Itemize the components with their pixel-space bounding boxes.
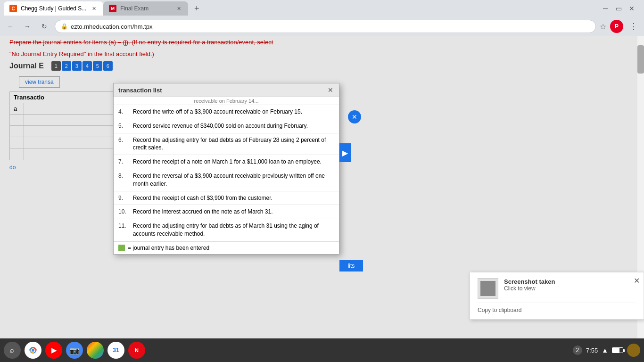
modal-header: transaction list ✕	[114, 83, 339, 97]
screenshot-title: Screenshot taken	[504, 278, 636, 285]
maximize-button[interactable]: ▭	[614, 4, 623, 13]
submit-button[interactable]: lits	[339, 260, 363, 272]
item-text-10: Record the interest accrued on the note …	[128, 205, 339, 219]
bookmark-button[interactable]: ☆	[600, 22, 606, 31]
scrollbar-thumb[interactable]	[637, 45, 644, 74]
item-text-5: Record service revenue of $340,000 sold …	[128, 119, 339, 133]
item-num-4: 4.	[114, 105, 128, 119]
back-button[interactable]: ←	[4, 20, 17, 33]
transaction-item-6[interactable]: 6. Record the adjusting entry for bad de…	[114, 133, 339, 155]
refresh-button[interactable]: ↻	[38, 20, 51, 33]
taskbar-battery-icon	[612, 347, 623, 353]
taskbar-time: 7:55	[586, 347, 598, 354]
title-bar: C Chegg Study | Guided S... ✕ M Final Ex…	[0, 0, 644, 17]
taskbar-avatar[interactable]	[627, 344, 640, 357]
taskbar-chrome-icon[interactable]	[25, 342, 41, 359]
scroll-indicator: receivable on February 14...	[114, 97, 339, 105]
menu-button[interactable]: ⋮	[627, 20, 640, 33]
transaction-item-10[interactable]: 10. Record the interest accrued on the n…	[114, 205, 339, 219]
notification-close-button[interactable]: ✕	[634, 276, 640, 285]
taskbar-netflix-icon[interactable]: N	[128, 342, 145, 359]
taskbar-photos-icon[interactable]	[87, 342, 104, 359]
item-num-8: 8.	[114, 169, 128, 191]
item-text-11: Record the adjusting entry for bad debts…	[128, 219, 339, 241]
item-text-4: Record the write-off of a $3,900 account…	[128, 105, 339, 119]
item-text-9: Record the receipt of cash of $3,900 fro…	[128, 191, 339, 205]
taskbar-right: 2 7:55 ▲	[573, 344, 640, 357]
taskbar-camera-icon[interactable]: 📷	[66, 342, 83, 359]
screenshot-view-link[interactable]: Click to view	[504, 285, 636, 292]
transaction-item-9[interactable]: 9. Record the receipt of cash of $3,900 …	[114, 191, 339, 205]
transaction-item-4[interactable]: 4. Record the write-off of a $3,900 acco…	[114, 105, 339, 119]
tab-chegg[interactable]: C Chegg Study | Guided S... ✕	[4, 1, 103, 16]
transaction-item-11[interactable]: 11. Record the adjusting entry for bad d…	[114, 219, 339, 241]
mcgraw-favicon: M	[109, 5, 116, 12]
taskbar-wifi-icon: ▲	[602, 346, 608, 354]
transaction-list-modal: transaction list ✕ receivable on Februar…	[113, 83, 339, 255]
window-controls: ─ ▭ ✕	[601, 4, 640, 13]
tab-chegg-label: Chegg Study | Guided S...	[21, 5, 86, 12]
tab-chegg-close[interactable]: ✕	[90, 5, 98, 12]
copy-to-clipboard-button[interactable]: Copy to clipboard	[478, 303, 636, 313]
legend-text: = journal entry has been entered	[128, 245, 209, 251]
pinterest-button[interactable]: P	[610, 20, 623, 33]
new-tab-button[interactable]: +	[190, 2, 203, 15]
transaction-item-5[interactable]: 5. Record service revenue of $340,000 so…	[114, 119, 339, 133]
page-content: Prepare the journal entries for items (a…	[0, 36, 644, 338]
screenshot-text: Screenshot taken Click to view	[504, 278, 636, 292]
item-text-7: Record the receipt of a note on March 1 …	[128, 155, 339, 169]
item-text-8: Record the reversal of a $3,900 account …	[128, 169, 339, 191]
taskbar-calendar-icon[interactable]: 31	[107, 342, 124, 359]
close-modal-button[interactable]: ✕	[348, 110, 361, 123]
screenshot-content: Screenshot taken Click to view	[478, 278, 636, 299]
item-num-5: 5.	[114, 119, 128, 133]
legend-row: = journal entry has been entered	[114, 241, 339, 254]
taskbar-search-button[interactable]: ⌕	[4, 342, 21, 359]
item-num-7: 7.	[114, 155, 128, 169]
taskbar-number: 2	[573, 346, 582, 355]
taskbar-youtube-icon[interactable]: ▶	[45, 342, 62, 359]
screenshot-notification: ✕ Screenshot taken Click to view Copy to…	[470, 272, 644, 320]
secure-icon: 🔒	[61, 23, 68, 30]
modal-body: receivable on February 14... 4. Record t…	[114, 97, 339, 254]
address-bar: ← → ↻ 🔒 ezto.mheducation.com/hm.tpx ☆ P …	[0, 17, 644, 36]
transaction-table: 4. Record the write-off of a $3,900 acco…	[114, 105, 339, 241]
item-num-6: 6.	[114, 133, 128, 155]
chegg-favicon: C	[9, 5, 17, 12]
taskbar: ⌕ ▶ 📷 31 N 2 7:55 ▲	[0, 338, 644, 362]
tab-mcgraw-close[interactable]: ✕	[175, 5, 182, 12]
screenshot-thumbnail[interactable]	[478, 278, 498, 299]
item-num-9: 9.	[114, 191, 128, 205]
modal-close-button[interactable]: ✕	[327, 86, 334, 94]
tab-mcgraw[interactable]: M Final Exam ✕	[103, 1, 188, 16]
modal-title: transaction list	[118, 87, 162, 94]
transaction-item-8[interactable]: 8. Record the reversal of a $3,900 accou…	[114, 169, 339, 191]
close-window-button[interactable]: ✕	[627, 4, 636, 13]
item-text-6: Record the adjusting entry for bad debts…	[128, 133, 339, 155]
item-num-11: 11.	[114, 219, 128, 241]
svg-point-1	[32, 349, 34, 352]
thumbnail-image	[480, 281, 495, 296]
url-text: ezto.mheducation.com/hm.tpx	[71, 23, 590, 30]
transaction-item-7[interactable]: 7. Record the receipt of a note on March…	[114, 155, 339, 169]
url-bar[interactable]: 🔒 ezto.mheducation.com/hm.tpx	[55, 20, 596, 33]
item-num-10: 10.	[114, 205, 128, 219]
forward-button[interactable]: →	[21, 20, 34, 33]
modal-nav-arrow[interactable]: ▶	[339, 143, 351, 162]
minimize-button[interactable]: ─	[601, 4, 610, 13]
browser-frame: C Chegg Study | Guided S... ✕ M Final Ex…	[0, 0, 644, 362]
tab-mcgraw-label: Final Exam	[120, 5, 149, 12]
completed-indicator	[118, 245, 125, 251]
battery-fill	[612, 348, 619, 353]
